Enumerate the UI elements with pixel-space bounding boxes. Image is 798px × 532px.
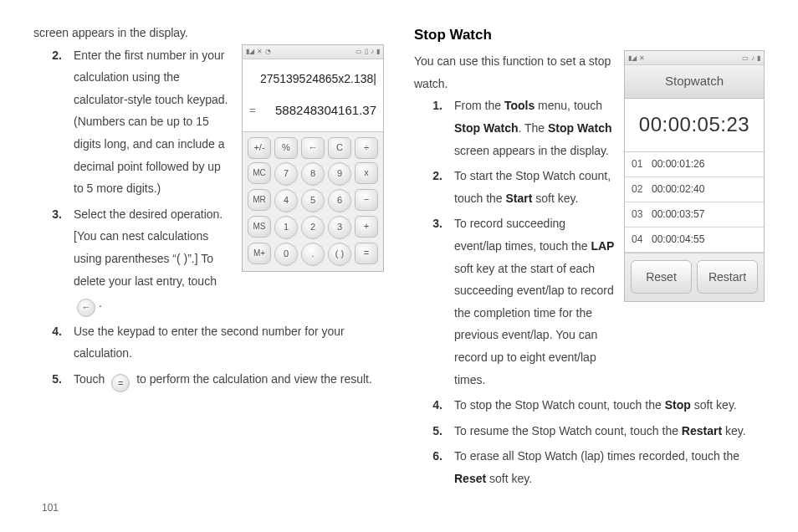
calc-keypad: +/-%←C÷MC789xMR456−MS123+M+0.( )= <box>243 132 383 271</box>
bold-term: Tools <box>504 99 535 112</box>
step-text: To start the Stop Watch count, touch the… <box>454 165 616 209</box>
calc-key[interactable]: MR <box>248 189 271 211</box>
lap-row: 0400:00:04:55 <box>625 228 764 253</box>
calc-key[interactable]: 0 <box>274 243 298 266</box>
calc-key[interactable]: 7 <box>274 162 298 186</box>
step-text: Enter the first number in your calculati… <box>74 44 233 200</box>
sw-title: Stopwatch <box>625 65 764 99</box>
lap-time: 00:00:02:40 <box>652 180 704 199</box>
step-number: 2. <box>414 165 454 209</box>
step-item: 4.Use the keypad to enter the second num… <box>33 320 384 365</box>
step-text: Select the desired operation. [You can n… <box>74 203 233 317</box>
step-number: 4. <box>33 320 74 365</box>
step-number: 2. <box>33 44 74 200</box>
calc-key[interactable]: 8 <box>301 162 325 186</box>
step-text: From the Tools menu, touch Stop Watch. T… <box>454 95 616 161</box>
calc-key[interactable]: x <box>355 162 378 184</box>
bold-term: Stop <box>665 398 691 412</box>
calc-key[interactable]: 4 <box>274 189 298 212</box>
calc-intro-tail: screen appears in the display. <box>33 22 384 44</box>
step-item: 3.To record succeeding event/lap times, … <box>414 212 616 391</box>
calc-key[interactable]: 1 <box>274 216 298 239</box>
step-item: 2.To start the Stop Watch count, touch t… <box>414 165 616 209</box>
stopwatch-heading: Stop Watch <box>414 22 765 49</box>
step-text: To record succeeding event/lap times, to… <box>454 212 616 391</box>
lap-time: 00:00:04:55 <box>652 230 704 249</box>
calc-key[interactable]: + <box>355 216 378 238</box>
calc-expression: 275139524865x2.138| <box>243 59 383 95</box>
calc-eq-label: = <box>249 100 263 121</box>
step-number: 3. <box>414 212 454 391</box>
step-item: 6.To erase all Stop Watch (lap) times re… <box>414 445 765 489</box>
equals-icon: = <box>111 374 130 392</box>
left-column: screen appears in the display. ▮◢✕◔ ▭▯♪▮… <box>33 22 384 494</box>
calc-key[interactable]: C <box>328 137 351 159</box>
right-column: Stop Watch ▮◢✕ ▭♪▮ Stopwatch 00:00:05:23… <box>414 22 765 494</box>
step-number: 6. <box>414 445 454 489</box>
calc-key[interactable]: − <box>355 189 378 211</box>
lap-row: 0100:00:01:26 <box>625 152 764 177</box>
lap-row: 0200:00:02:40 <box>625 177 764 202</box>
lap-number: 01 <box>632 155 652 174</box>
sw-timer: 00:00:05:23 <box>625 99 764 153</box>
back-arrow-icon: ← <box>77 299 95 317</box>
calc-key[interactable]: MC <box>248 162 271 184</box>
calc-key[interactable]: +/- <box>248 137 271 159</box>
step-number: 5. <box>33 368 74 392</box>
lap-time: 00:00:03:57 <box>652 205 704 224</box>
calc-key[interactable]: 9 <box>328 162 351 186</box>
calc-key[interactable]: 5 <box>301 189 325 212</box>
lap-time: 00:00:01:26 <box>652 155 704 174</box>
sw-restart-button[interactable]: Restart <box>697 260 758 294</box>
calc-key[interactable]: M+ <box>248 243 271 264</box>
bold-term: LAP <box>591 239 614 253</box>
calc-key[interactable]: ( ) <box>328 243 351 266</box>
calc-key[interactable]: MS <box>248 216 271 238</box>
sw-reset-button[interactable]: Reset <box>631 260 692 294</box>
stopwatch-screenshot: ▮◢✕ ▭♪▮ Stopwatch 00:00:05:23 0100:00:01… <box>624 50 765 302</box>
step-number: 5. <box>414 420 454 442</box>
step-text: To resume the Stop Watch count, touch th… <box>454 420 765 442</box>
bold-term: Restart <box>682 424 722 437</box>
step-number: 4. <box>414 394 454 417</box>
sw-laps: 0100:00:01:260200:00:02:400300:00:03:570… <box>625 152 764 252</box>
calc-key[interactable]: 6 <box>328 189 351 212</box>
step-item: 2.Enter the first number in your calcula… <box>33 44 233 200</box>
bold-term: Stop Watch <box>454 121 518 135</box>
calc-key[interactable]: % <box>274 137 298 159</box>
calc-key[interactable]: 3 <box>328 216 351 239</box>
calc-key[interactable]: . <box>301 243 325 266</box>
step-text: To erase all Stop Watch (lap) times reco… <box>454 445 765 489</box>
calc-result: 588248304161.37 <box>263 99 376 123</box>
step-text: To stop the Stop Watch count, touch the … <box>454 394 765 417</box>
step-item: 3.Select the desired operation. [You can… <box>33 203 233 317</box>
lap-number: 04 <box>632 230 652 249</box>
sw-statusbar: ▮◢✕ ▭♪▮ <box>625 51 764 65</box>
calculator-screenshot: ▮◢✕◔ ▭▯♪▮ 275139524865x2.138| = 58824830… <box>242 44 384 272</box>
sw-softkeys: Reset Restart <box>625 253 764 302</box>
calc-key[interactable]: 2 <box>301 216 325 239</box>
bold-term: Start <box>506 192 533 205</box>
lap-row: 0300:00:03:57 <box>625 202 764 228</box>
step-number: 3. <box>33 203 74 317</box>
step-item: 1.From the Tools menu, touch Stop Watch.… <box>414 95 616 161</box>
step-number: 1. <box>414 95 454 161</box>
lap-number: 03 <box>632 205 652 224</box>
bold-term: Reset <box>454 472 486 485</box>
calc-statusbar: ▮◢✕◔ ▭▯♪▮ <box>243 45 383 59</box>
page-number: 101 <box>42 502 59 514</box>
step-item: 5.Touch = to perform the calculation and… <box>33 368 384 392</box>
step-item: 4.To stop the Stop Watch count, touch th… <box>414 394 765 417</box>
bold-term: Stop Watch <box>548 121 611 135</box>
calc-result-row: = 588248304161.37 <box>243 94 383 132</box>
calc-key[interactable]: = <box>355 243 378 264</box>
step-text: Use the keypad to enter the second numbe… <box>74 320 384 365</box>
lap-number: 02 <box>632 180 652 199</box>
calc-key[interactable]: ÷ <box>355 137 378 159</box>
step-item: 5.To resume the Stop Watch count, touch … <box>414 420 765 442</box>
step-text: Touch = to perform the calculation and v… <box>74 368 384 392</box>
calc-key[interactable]: ← <box>301 137 325 159</box>
